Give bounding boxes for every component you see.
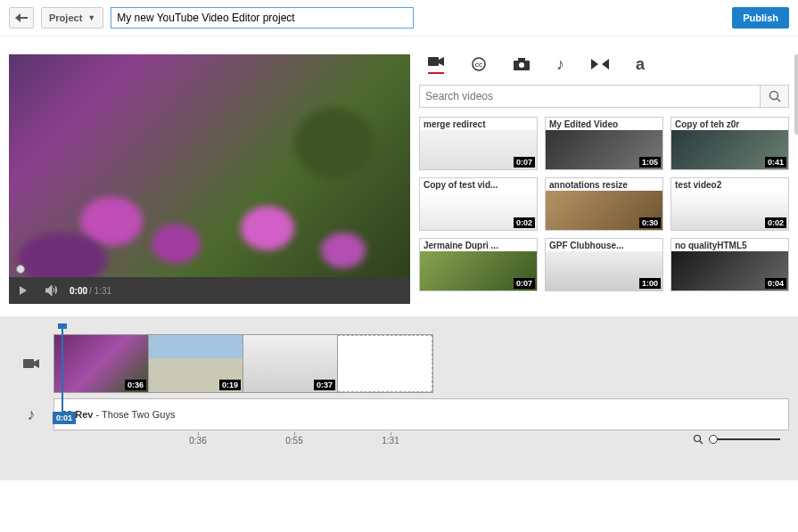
video-thumb[interactable]: Jermaine Dupri ...0:07 (419, 238, 538, 291)
ruler-mark: 0:36 (150, 436, 246, 454)
thumb-duration: 0:07 (514, 278, 535, 289)
library-scrollbar[interactable] (794, 54, 798, 135)
timeline-clip[interactable]: 0:37 (243, 335, 338, 392)
audio-title-label: - Those Two Guys (93, 409, 175, 420)
music-note-icon: ♪ (28, 405, 36, 424)
video-thumb[interactable]: GPF Clubhouse...1:00 (545, 238, 663, 291)
zoom-slider[interactable] (709, 438, 780, 440)
thumb-duration: 1:00 (639, 278, 661, 289)
audio-track[interactable]: 33 Rev - Those Two Guys (53, 398, 789, 430)
duration-label: / 1:31 (89, 286, 111, 296)
library-tabs: CC ♪ a (419, 54, 789, 81)
thumb-title: annotations resize (546, 178, 662, 192)
ruler-mark: 0:55 (246, 436, 342, 454)
clip-duration: 0:37 (314, 380, 335, 390)
clip-duration: 0:36 (125, 380, 146, 390)
magnifier-icon (693, 434, 703, 445)
playhead-time-label: 0:01 (53, 412, 76, 424)
video-track[interactable]: 0:360:190:37 (53, 334, 433, 393)
svg-text:CC: CC (475, 62, 483, 68)
back-arrow-icon (15, 13, 28, 22)
preview-player: 0:00 / 1:31 (9, 54, 410, 304)
tab-my-videos[interactable] (428, 54, 444, 74)
svg-point-6 (769, 92, 777, 100)
play-icon (18, 285, 29, 296)
thumb-title: Copy of teh z0r (671, 118, 788, 131)
video-thumb[interactable]: merge redirect0:07 (419, 117, 538, 170)
thumb-title: no qualityHTML5 (671, 239, 788, 252)
header-bar: Project ▼ Publish (0, 0, 798, 37)
thumb-title: merge redirect (420, 118, 537, 131)
zoom-slider-knob[interactable] (709, 435, 718, 444)
volume-icon (45, 285, 58, 296)
tab-text[interactable]: a (636, 54, 645, 74)
tab-transitions[interactable] (591, 54, 609, 74)
text-a-icon: a (636, 56, 645, 72)
thumb-title: Jermaine Dupri ... (420, 239, 537, 252)
preview-frame (9, 54, 410, 304)
search-button[interactable] (761, 85, 789, 108)
ruler-mark: 1:31 (342, 436, 439, 454)
thumb-title: My Edited Video (546, 118, 662, 131)
cc-icon: CC (471, 57, 487, 71)
timeline-clip[interactable]: 0:36 (54, 335, 149, 392)
video-thumb[interactable]: My Edited Video1:05 (545, 117, 663, 170)
video-thumb[interactable]: no qualityHTML50:04 (670, 238, 789, 291)
video-thumb[interactable]: Copy of test vid...0:02 (419, 177, 538, 231)
thumb-duration: 0:07 (514, 157, 535, 168)
transition-icon (591, 59, 609, 70)
thumb-title: test video2 (671, 178, 788, 192)
player-controls: 0:00 / 1:31 (9, 277, 410, 304)
svg-point-5 (519, 62, 524, 68)
volume-button[interactable] (41, 280, 62, 301)
audio-track-icon: ♪ (9, 405, 53, 424)
cue-dot-icon (16, 265, 25, 274)
thumb-title: Copy of test vid... (420, 178, 537, 192)
current-time-label: 0:00 (70, 286, 87, 296)
zoom-control[interactable] (693, 434, 780, 445)
thumb-title: GPF Clubhouse... (546, 239, 662, 252)
video-track-icon (9, 357, 53, 370)
project-dropdown[interactable]: Project ▼ (41, 7, 103, 29)
svg-rect-8 (23, 359, 34, 368)
thumb-duration: 0:30 (639, 217, 661, 228)
tab-audio[interactable]: ♪ (556, 54, 564, 74)
music-note-icon: ♪ (556, 56, 564, 72)
video-grid: merge redirect0:07My Edited Video1:05Cop… (419, 117, 789, 291)
video-camera-icon (23, 357, 39, 370)
thumb-duration: 0:02 (765, 217, 786, 228)
publish-button[interactable]: Publish (732, 7, 789, 29)
thumb-duration: 0:02 (514, 217, 535, 228)
caret-down-icon: ▼ (87, 13, 95, 22)
camera-icon (514, 58, 530, 70)
clip-duration: 0:19 (219, 380, 241, 390)
thumb-duration: 0:04 (765, 278, 786, 289)
timeline-panel: 0:01 0:360:190:37 ♪ 33 Rev - Those Two G… (0, 316, 798, 480)
thumb-duration: 0:41 (765, 157, 786, 168)
tab-cc[interactable]: CC (471, 54, 487, 74)
back-button[interactable] (9, 7, 34, 29)
svg-rect-0 (428, 57, 439, 66)
clip-drop-zone[interactable] (338, 335, 432, 392)
tab-photos[interactable] (514, 54, 530, 74)
playhead[interactable] (62, 329, 63, 413)
project-title-input[interactable] (111, 7, 414, 29)
project-dropdown-label: Project (49, 12, 82, 23)
svg-line-7 (777, 99, 780, 102)
time-ruler[interactable]: 0:360:551:31 (53, 436, 789, 454)
media-library: CC ♪ a merge redirect0:07My Edited Video… (419, 54, 789, 304)
search-input[interactable] (419, 85, 761, 108)
thumb-duration: 1:05 (639, 157, 661, 168)
video-camera-icon (428, 55, 444, 68)
video-thumb[interactable]: test video20:02 (670, 177, 789, 231)
svg-point-9 (695, 436, 701, 442)
svg-rect-4 (518, 58, 525, 61)
play-button[interactable] (12, 280, 34, 301)
video-thumb[interactable]: annotations resize0:30 (545, 177, 663, 231)
video-thumb[interactable]: Copy of teh z0r0:41 (670, 117, 789, 170)
timeline-clip[interactable]: 0:19 (149, 335, 243, 392)
search-icon (769, 90, 781, 102)
svg-line-10 (700, 441, 703, 444)
